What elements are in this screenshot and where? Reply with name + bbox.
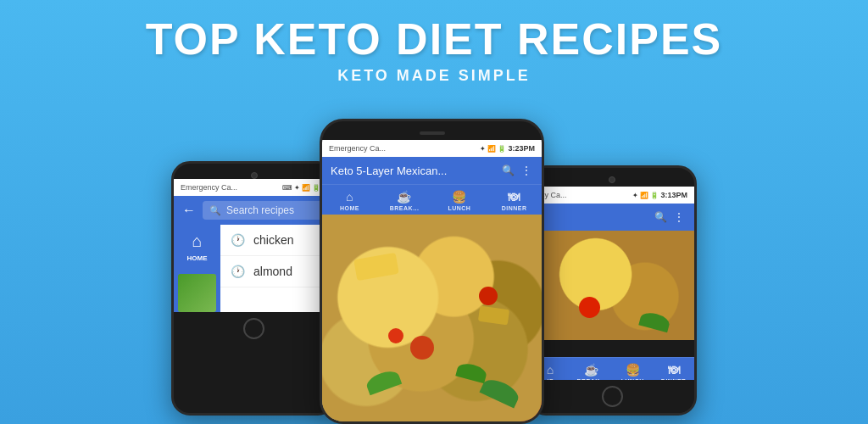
app-bar-icons-center: 🔍 ⋮	[501, 164, 533, 177]
time-center: 3:23PM	[508, 144, 535, 153]
autocomplete-text-1: chicken	[253, 233, 293, 247]
break-nav-icon-right: ☕	[584, 363, 599, 377]
home-thumb	[178, 274, 216, 312]
clock-icon-2: 🕐	[231, 265, 245, 278]
sub-title: KETO MADE SIMPLE	[0, 67, 868, 85]
signal-icon-r: 📶	[640, 192, 648, 199]
dinner-nav-icon-right: 🍽	[668, 363, 681, 377]
battery-right: 🔋	[650, 192, 659, 199]
time-right: 3:13PM	[660, 191, 687, 199]
food-bg-right	[530, 231, 694, 340]
home-icon-left: ⌂	[192, 232, 202, 251]
search-icon-center[interactable]: 🔍	[501, 164, 515, 177]
home-nav-icon-center: ⌂	[346, 190, 353, 204]
phone-center: Emergency Ca... ✦ 📶 🔋 3:23PM Keto 5-Laye…	[320, 119, 544, 424]
phone-left: Emergency Ca... ⌨ ✦ 📶 🔋 ⧉ ← 🔍 Search rec…	[171, 161, 337, 416]
more-icon-right[interactable]: ⋮	[672, 210, 686, 224]
side-nav-left: ⌂ HOME	[174, 225, 220, 312]
status-app-left: Emergency Ca...	[181, 183, 237, 192]
tomato-2	[388, 328, 403, 343]
phone-center-screen: Emergency Ca... ✦ 📶 🔋 3:23PM Keto 5-Laye…	[322, 140, 542, 421]
status-icons-right: ✦ 📶 🔋 3:13PM	[632, 191, 687, 199]
more-icon-center[interactable]: ⋮	[520, 164, 533, 177]
back-arrow-left[interactable]: ←	[182, 203, 196, 218]
phone-right: ncy Ca... ✦ 📶 🔋 3:13PM 🔍 ⋮ ⌂	[527, 165, 697, 416]
phone-bottom-left	[174, 312, 334, 345]
food-visual	[322, 215, 542, 421]
status-bar-right: ncy Ca... ✦ 📶 🔋 3:13PM	[530, 187, 694, 204]
app-bar-center: Keto 5-Layer Mexican... 🔍 ⋮	[322, 157, 542, 184]
status-bar-center: Emergency Ca... ✦ 📶 🔋 3:23PM	[322, 140, 542, 157]
autocomplete-text-2: almond	[253, 265, 292, 278]
lunch-nav-icon-center: 🍔	[452, 190, 467, 204]
battery-center: 🔋	[498, 145, 506, 153]
dinner-nav-icon-center: 🍽	[508, 190, 520, 204]
autocomplete-item-chicken[interactable]: 🕐 chicken	[220, 225, 334, 256]
app-bar-title-center: Keto 5-Layer Mexican...	[331, 165, 501, 177]
speaker-center	[420, 131, 445, 135]
home-nav-icon-right: ⌂	[547, 363, 554, 377]
home-nav-label-center: HOME	[340, 205, 359, 211]
lunch-nav-label-center: LUNCH	[448, 205, 470, 211]
break-nav-icon-center: ☕	[397, 190, 412, 204]
main-title: TOP KETO DIET RECIPES	[0, 15, 868, 64]
nav-break-center[interactable]: ☕ BREAK...	[377, 190, 432, 211]
header-area: TOP KETO DIET RECIPES KETO MADE SIMPLE	[0, 0, 868, 85]
signal-icon-c: 📶	[487, 145, 496, 153]
usb-icon: ✦	[294, 184, 300, 192]
food-image-right	[530, 231, 694, 340]
home-button-right[interactable]	[602, 386, 623, 407]
nav-dinner-center[interactable]: 🍽 DINNER	[487, 190, 542, 211]
keyboard-icon: ⌨	[282, 184, 292, 192]
dinner-nav-label-center: DINNER	[502, 205, 527, 211]
search-box-left[interactable]: 🔍 Search recipes	[203, 201, 326, 220]
clock-icon-1: 🕐	[231, 233, 245, 247]
lunch-nav-icon-right: 🍔	[626, 363, 641, 377]
nav-lunch-center[interactable]: 🍔 LUNCH	[432, 190, 487, 211]
camera-left	[251, 172, 258, 179]
usb-icon-c: ✦	[480, 145, 486, 153]
home-button-left[interactable]	[243, 318, 264, 339]
phone-bottom-right	[530, 380, 694, 413]
usb-icon-r: ✦	[632, 192, 638, 199]
phones-container: Emergency Ca... ⌨ ✦ 📶 🔋 ⧉ ← 🔍 Search rec…	[0, 119, 868, 424]
tomato-3	[410, 336, 434, 360]
search-area-left: ← 🔍 Search recipes	[174, 196, 334, 225]
search-placeholder-left: Search recipes	[226, 204, 294, 216]
app-bar-icons-right: 🔍 ⋮	[654, 210, 686, 224]
left-content: ⌂ HOME 🕐 chicken 🕐 almond	[174, 225, 334, 312]
nav-bar-center: ⌂ HOME ☕ BREAK... 🍔 LUNCH 🍽 DINNER	[322, 184, 542, 215]
camera-right	[609, 176, 615, 183]
app-bar-right: 🔍 ⋮	[530, 204, 694, 231]
food-image-center	[322, 215, 542, 421]
autocomplete-left: 🕐 chicken 🕐 almond	[220, 225, 334, 312]
home-label-left: HOME	[187, 254, 208, 262]
status-icons-center: ✦ 📶 🔋 3:23PM	[480, 144, 535, 153]
search-icon-right[interactable]: 🔍	[654, 210, 667, 224]
search-icon-left: 🔍	[209, 205, 221, 216]
status-bar-left: Emergency Ca... ⌨ ✦ 📶 🔋 ⧉	[174, 179, 334, 196]
autocomplete-item-almond[interactable]: 🕐 almond	[220, 256, 334, 287]
status-app-center: Emergency Ca...	[329, 144, 386, 153]
break-nav-label-center: BREAK...	[390, 205, 420, 211]
nav-home-center[interactable]: ⌂ HOME	[322, 190, 377, 211]
signal-icon: 📶	[302, 184, 310, 192]
